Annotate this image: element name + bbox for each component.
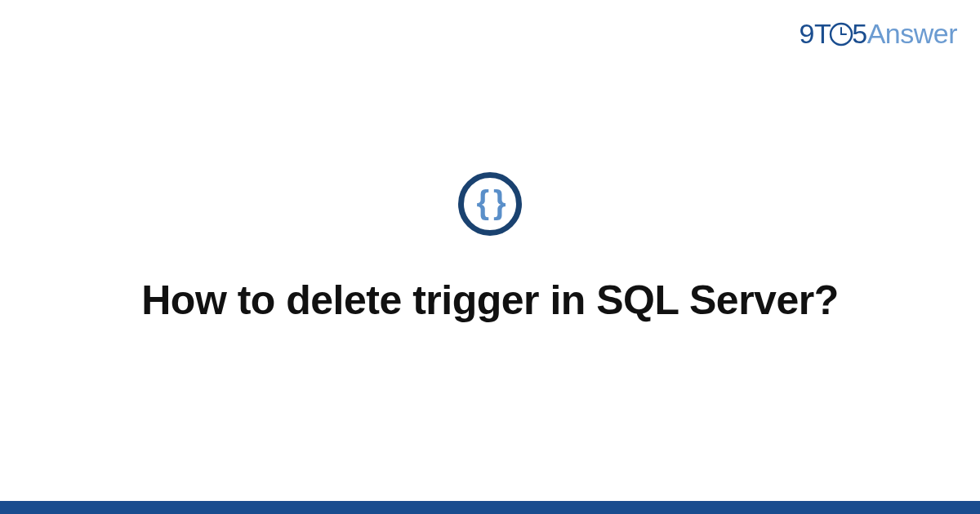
- main-content: { } How to delete trigger in SQL Server?: [0, 0, 980, 514]
- category-code-icon: { }: [458, 172, 522, 236]
- braces-icon: { }: [476, 186, 503, 219]
- bottom-accent-bar: [0, 501, 980, 514]
- question-title: How to delete trigger in SQL Server?: [141, 275, 838, 326]
